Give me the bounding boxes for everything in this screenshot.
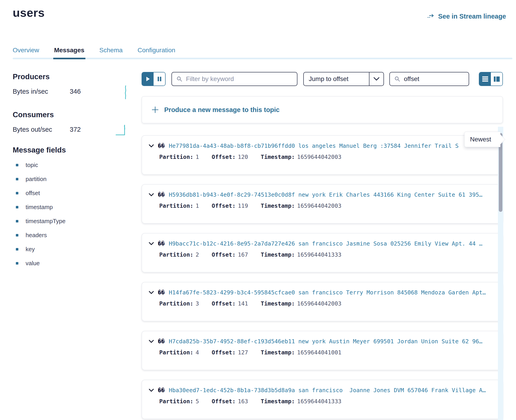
timestamp-value: 1659644042003 xyxy=(297,202,342,209)
message-field-label: partition xyxy=(26,176,47,183)
timestamp-field: Timestamp:1659644042003 xyxy=(261,202,341,209)
newest-tooltip-label: Newest xyxy=(470,136,491,143)
chevron-down-icon[interactable] xyxy=(149,389,154,392)
message-key: He77981da-4a43-48ab-b8f8-cb71b96ffdd0 lo… xyxy=(169,142,458,149)
offset-label: Offset: xyxy=(212,251,236,258)
offset-label: Offset: xyxy=(212,154,236,160)
play-button[interactable] xyxy=(142,72,154,86)
partition-label: Partition: xyxy=(159,154,193,160)
partition-label: Partition: xyxy=(159,398,193,405)
message-key: H9bacc71c-b12c-4216-8e95-2a7da727e426 sa… xyxy=(169,240,483,247)
message-meta-line: Partition:4 Offset:127 Timestamp:1659644… xyxy=(159,349,495,356)
tab-schema[interactable]: Schema xyxy=(100,47,123,59)
message-field-label: value xyxy=(26,260,40,267)
view-mode-toggle xyxy=(479,72,503,86)
message-row[interactable]: �� Hba30eed7-1edc-452b-8b1a-738d3b5d8a9a… xyxy=(142,380,503,419)
message-field-item: headers xyxy=(16,228,65,242)
message-row[interactable]: �� H14fa67fe-5823-4299-b3c4-595845cfcae0… xyxy=(142,282,503,321)
offset-search-input[interactable] xyxy=(403,75,464,83)
list-view-button[interactable] xyxy=(479,72,491,86)
offset-label: Offset: xyxy=(212,398,236,405)
timestamp-field: Timestamp:1659644042003 xyxy=(261,300,341,307)
produce-message-label: Produce a new message to this topic xyxy=(164,106,279,114)
offset-label: Offset: xyxy=(212,349,236,356)
message-field-label: offset xyxy=(26,190,40,197)
timestamp-field: Timestamp:1659644041333 xyxy=(261,398,341,405)
timestamp-label: Timestamp: xyxy=(261,398,295,405)
tab-overview[interactable]: Overview xyxy=(13,47,39,59)
message-key-prefix: �� xyxy=(158,191,165,198)
chevron-down-icon[interactable] xyxy=(149,144,154,148)
offset-field: Offset:127 xyxy=(212,349,248,356)
message-meta-line: Partition:1 Offset:119 Timestamp:1659644… xyxy=(159,202,495,209)
offset-field: Offset:163 xyxy=(212,398,248,405)
message-field-item: key xyxy=(16,242,65,256)
partition-value: 1 xyxy=(196,202,199,209)
message-key-prefix: �� xyxy=(158,387,165,394)
timestamp-label: Timestamp: xyxy=(261,251,295,258)
message-field-item: value xyxy=(16,256,65,270)
bullet-icon xyxy=(16,192,18,194)
tab-messages[interactable]: Messages xyxy=(54,47,85,59)
offset-value: 167 xyxy=(238,251,248,258)
chevron-down-icon[interactable] xyxy=(149,242,154,245)
offset-field: Offset:167 xyxy=(212,251,248,258)
dashed-arrow-right-icon xyxy=(427,14,435,19)
message-fields-title: Message fields xyxy=(13,146,66,154)
message-key: H7cda825b-35b7-4952-88ef-c193d546eb11 ne… xyxy=(169,338,483,345)
columns-view-button[interactable] xyxy=(491,72,502,86)
tab-configuration[interactable]: Configuration xyxy=(138,47,175,59)
message-row[interactable]: �� He77981da-4a43-48ab-b8f8-cb71b96ffdd0… xyxy=(142,135,503,175)
bytes-out-sparkline xyxy=(116,123,129,136)
message-key-line: �� H9bacc71c-b12c-4216-8e95-2a7da727e426… xyxy=(149,240,495,247)
timestamp-label: Timestamp: xyxy=(261,202,295,209)
timestamp-value: 1659644041001 xyxy=(297,349,342,356)
produce-message-button[interactable]: Produce a new message to this topic xyxy=(142,96,503,123)
message-key-prefix: �� xyxy=(158,289,165,296)
timestamp-value: 1659644042003 xyxy=(297,300,342,307)
stream-lineage-link[interactable]: See in Stream lineage xyxy=(427,13,506,20)
bullet-icon xyxy=(16,262,18,264)
timestamp-field: Timestamp:1659644041333 xyxy=(261,251,341,258)
message-row[interactable]: �� H5936db81-b943-4e0f-8c29-74513e0c0d8f… xyxy=(142,184,503,224)
offset-value: 141 xyxy=(238,300,248,307)
scrollbar-track[interactable] xyxy=(498,127,503,420)
pause-button[interactable] xyxy=(154,72,165,86)
timestamp-value: 1659644042003 xyxy=(297,154,342,160)
message-row[interactable]: �� H9bacc71c-b12c-4216-8e95-2a7da727e426… xyxy=(142,233,503,272)
partition-label: Partition: xyxy=(159,202,193,209)
bullet-icon xyxy=(16,206,18,208)
message-row[interactable]: �� H7cda825b-35b7-4952-88ef-c193d546eb11… xyxy=(142,331,503,370)
chevron-down-icon[interactable] xyxy=(149,291,154,294)
chevron-down-icon[interactable] xyxy=(149,193,154,196)
consumers-title: Consumers xyxy=(13,110,54,119)
partition-value: 2 xyxy=(196,251,199,258)
producers-metric-row: Bytes in/sec 346 xyxy=(13,88,119,95)
partition-label: Partition: xyxy=(159,349,193,356)
magnifier-icon xyxy=(177,76,182,82)
message-key: Hba30eed7-1edc-452b-8b1a-738d3b5d8a9a sa… xyxy=(169,387,486,394)
timestamp-field: Timestamp:1659644041001 xyxy=(261,349,341,356)
message-meta-line: Partition:5 Offset:163 Timestamp:1659644… xyxy=(159,398,495,405)
offset-label: Offset: xyxy=(212,202,236,209)
timestamp-label: Timestamp: xyxy=(261,300,295,307)
offset-value: 163 xyxy=(238,398,248,405)
message-field-label: timestampType xyxy=(26,218,65,225)
jump-to-offset-select[interactable]: Jump to offset xyxy=(303,72,384,86)
plus-icon xyxy=(152,106,159,113)
timestamp-label: Timestamp: xyxy=(261,154,295,160)
message-key-line: �� Hba30eed7-1edc-452b-8b1a-738d3b5d8a9a… xyxy=(149,387,495,394)
bullet-icon xyxy=(16,248,18,250)
message-field-label: timestamp xyxy=(26,204,53,211)
partition-field: Partition:1 xyxy=(159,202,199,209)
filter-input[interactable] xyxy=(185,75,293,83)
message-field-item: timestampType xyxy=(16,214,65,228)
offset-value: 127 xyxy=(238,349,248,356)
offset-field: Offset:120 xyxy=(212,154,248,160)
chevron-down-icon[interactable] xyxy=(149,340,154,343)
partition-value: 4 xyxy=(196,349,199,356)
message-key-line: �� He77981da-4a43-48ab-b8f8-cb71b96ffdd0… xyxy=(149,142,495,149)
tab-bar: Overview Messages Schema Configuration xyxy=(13,47,512,59)
chevron-down-icon[interactable] xyxy=(370,72,384,86)
stream-lineage-label: See in Stream lineage xyxy=(438,13,506,20)
